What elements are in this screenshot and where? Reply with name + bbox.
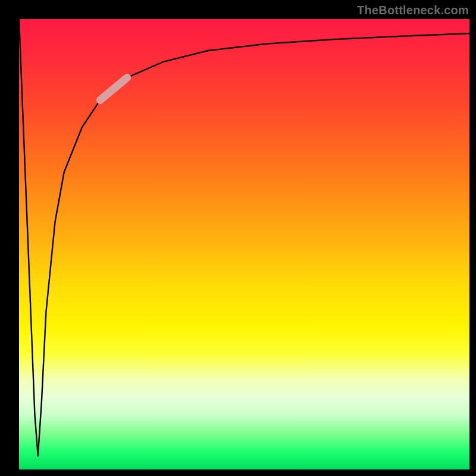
chart-frame: TheBottleneck.com [0, 0, 476, 476]
curve-highlight [100, 77, 127, 100]
plot-area [19, 19, 469, 469]
curve-layer [19, 19, 469, 469]
bottleneck-curve [19, 19, 469, 456]
attribution-label: TheBottleneck.com [357, 4, 469, 17]
